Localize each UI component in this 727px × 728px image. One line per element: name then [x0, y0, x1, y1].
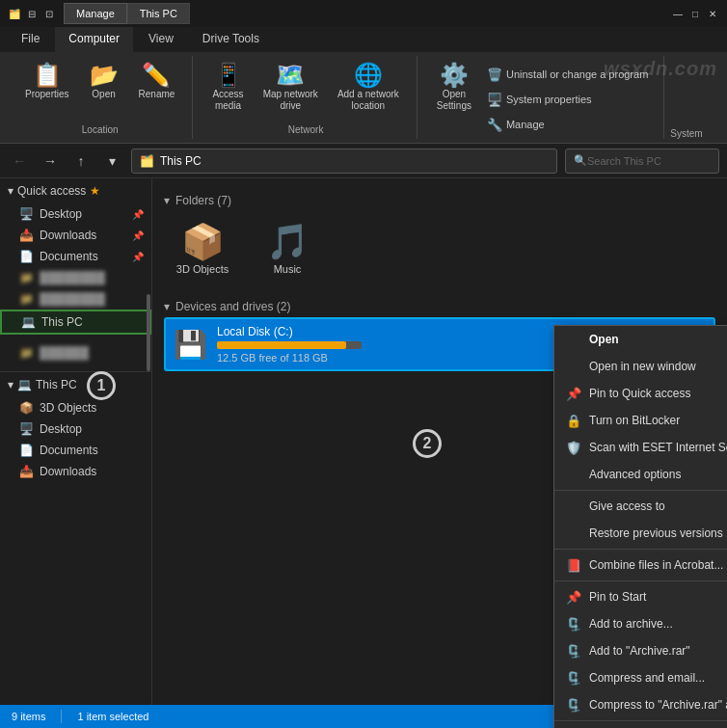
folders-section-header[interactable]: ▾ Folders (7): [164, 190, 715, 211]
devices-section-header[interactable]: ▾ Devices and drives (2): [164, 296, 715, 317]
add-network-label: Add a networklocation: [337, 89, 399, 112]
context-bitlocker[interactable]: 🔒 Turn on BitLocker: [554, 407, 727, 434]
up-button[interactable]: ↑: [69, 149, 93, 173]
network-buttons: 📱 Accessmedia 🗺️ Map networkdrive 🌐 Add …: [204, 60, 406, 122]
recent-button[interactable]: ▾: [100, 149, 123, 173]
sidebar-item-thispc[interactable]: 💻 This PC: [0, 310, 151, 335]
bitlocker-icon: 🔒: [566, 413, 581, 428]
context-open[interactable]: Open: [554, 326, 727, 353]
sidebar-scrollbar[interactable]: [146, 178, 151, 728]
sidebar-bottom-documents[interactable]: 📄 Documents: [0, 440, 151, 461]
chevron-icon: ▾: [8, 184, 13, 198]
main-area: ▾ Quick access ★ 🖥️ Desktop 📌 📥 Download…: [0, 178, 727, 728]
folder-item-3dobjects[interactable]: 📦 3D Objects: [164, 219, 241, 281]
access-media-label: Accessmedia: [212, 89, 243, 112]
open-settings-button[interactable]: ⚙️ OpenSettings: [429, 60, 479, 116]
context-pin-quick[interactable]: 📌 Pin to Quick access: [554, 380, 727, 407]
search-bar[interactable]: 🔍 Search This PC: [565, 148, 719, 174]
context-open-new-window[interactable]: Open in new window: [554, 353, 727, 380]
documents2-label: Documents: [40, 444, 98, 457]
folder-grid: 📦 3D Objects 🎵 Music: [164, 211, 715, 288]
ribbon-tabs: File Computer View Drive Tools: [0, 27, 727, 52]
separator-1: [554, 490, 727, 491]
sidebar-item-extra3[interactable]: 📁 ██████: [0, 342, 151, 364]
open-new-window-label: Open in new window: [589, 360, 696, 373]
sidebar-item-extra2[interactable]: 📁 ████████: [0, 288, 151, 310]
location-buttons: 📋 Properties 📂 Open ✏️ Rename: [17, 60, 182, 122]
sidebar-bottom-downloads[interactable]: 📥 Downloads: [0, 461, 151, 482]
manage-icon: 🔧: [487, 117, 502, 132]
chevron-devices-icon: ▾: [164, 300, 170, 313]
properties-button[interactable]: 📋 Properties: [17, 60, 77, 104]
sidebar-bottom-3dobjects[interactable]: 📦 3D Objects: [0, 397, 151, 418]
tab-view[interactable]: View: [135, 27, 187, 52]
access-media-button[interactable]: 📱 Accessmedia: [204, 60, 251, 116]
sidebar-thispc-section[interactable]: ▾ 💻 This PC: [0, 372, 151, 397]
tab-drive-tools[interactable]: Drive Tools: [189, 27, 273, 52]
context-combine-acrobat[interactable]: 📕 Combine files in Acrobat...: [554, 552, 727, 579]
address-text: This PC: [160, 154, 202, 168]
items-selected: 1 item selected: [77, 711, 148, 722]
drive-bar-bg: [217, 341, 362, 349]
context-add-archive[interactable]: 🗜️ Add to archive...: [554, 610, 727, 637]
sidebar-quickaccess-header[interactable]: ▾ Quick access ★: [0, 178, 151, 203]
documents-icon: 📄: [19, 250, 34, 263]
chevron-icon-2: ▾: [8, 378, 13, 391]
system-properties-label: System properties: [506, 94, 592, 105]
pin-start-icon: 📌: [566, 589, 581, 605]
maximize-btn[interactable]: □: [688, 7, 702, 20]
forward-button[interactable]: →: [39, 149, 62, 173]
sidebar-bottom-desktop[interactable]: 🖥️ Desktop: [0, 418, 151, 440]
desktop-label: Desktop: [40, 207, 82, 221]
ribbon-group-network: 📱 Accessmedia 🗺️ Map networkdrive 🌐 Add …: [195, 56, 417, 139]
tab-this-pc[interactable]: This PC: [127, 3, 190, 24]
network-label: Network: [288, 124, 324, 135]
give-access-label: Give access to: [589, 499, 665, 513]
sidebar: ▾ Quick access ★ 🖥️ Desktop 📌 📥 Download…: [0, 178, 152, 728]
sidebar-item-documents[interactable]: 📄 Documents 📌: [0, 246, 151, 267]
context-advanced[interactable]: Advanced options ▶: [554, 461, 727, 488]
context-pin-start[interactable]: 📌 Pin to Start: [554, 583, 727, 610]
restore-icon: [566, 526, 581, 541]
tab-computer[interactable]: Computer: [55, 27, 133, 52]
context-eset[interactable]: 🛡️ Scan with ESET Internet Security: [554, 434, 727, 461]
sidebar-item-extra1[interactable]: 📁 ████████: [0, 267, 151, 288]
context-menu: Open Open in new window 📌 Pin to Quick a…: [553, 325, 727, 728]
context-format[interactable]: Format...: [554, 723, 727, 728]
map-network-button[interactable]: 🗺️ Map networkdrive: [256, 60, 326, 116]
location-label: Location: [82, 124, 119, 135]
add-network-button[interactable]: 🌐 Add a networklocation: [330, 60, 407, 116]
access-media-icon: 📱: [214, 64, 243, 87]
search-icon: 🔍: [574, 154, 587, 167]
minimize-btn[interactable]: —: [671, 7, 685, 20]
watermark: wsxdn.com: [604, 58, 717, 80]
downloads2-label: Downloads: [40, 465, 96, 478]
tab-file[interactable]: File: [8, 27, 53, 52]
sidebar-item-desktop[interactable]: 🖥️ Desktop 📌: [0, 203, 151, 225]
context-add-archive-rar[interactable]: 🗜️ Add to "Archive.rar": [554, 637, 727, 664]
context-give-access[interactable]: Give access to ▶: [554, 493, 727, 520]
uninstall-icon: 🗑️: [487, 67, 502, 82]
system-properties-button[interactable]: 🖥️ System properties: [481, 89, 654, 110]
back-button[interactable]: ←: [8, 149, 31, 173]
separator-4: [554, 720, 727, 721]
sidebar-item-downloads[interactable]: 📥 Downloads 📌: [0, 225, 151, 246]
rename-label: Rename: [139, 89, 175, 100]
tab-manage[interactable]: Manage: [64, 3, 127, 24]
manage-button[interactable]: 🔧 Manage: [481, 114, 654, 135]
close-btn[interactable]: ✕: [706, 7, 719, 20]
step-2-number: 2: [423, 435, 432, 452]
context-compress-email[interactable]: 🗜️ Compress and email...: [554, 664, 727, 691]
ribbon: File Computer View Drive Tools 📋 Propert…: [0, 27, 727, 144]
thispc-icon-2: 💻: [17, 378, 32, 391]
context-restore-versions[interactable]: Restore previous versions: [554, 520, 727, 547]
rename-button[interactable]: ✏️ Rename: [131, 60, 183, 104]
properties-label: Properties: [25, 89, 69, 100]
address-bar[interactable]: 🗂️ This PC: [131, 148, 557, 174]
compress-email-icon: 🗜️: [566, 670, 581, 686]
folders-label: Folders (7): [175, 194, 231, 207]
context-compress-rar-email[interactable]: 🗜️ Compress to "Archive.rar" and email: [554, 691, 727, 718]
context-open-label: Open: [589, 333, 619, 346]
open-button[interactable]: 📂 Open: [81, 60, 127, 104]
folder-item-music[interactable]: 🎵 Music: [249, 219, 326, 281]
